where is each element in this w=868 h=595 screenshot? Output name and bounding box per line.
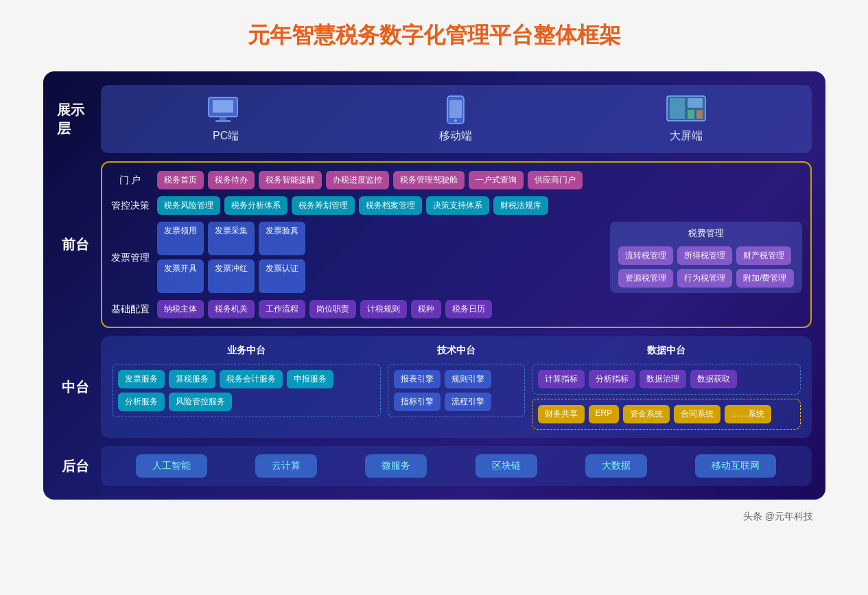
- svg-rect-2: [220, 117, 226, 120]
- chip-data-4: 财务共享: [538, 405, 585, 423]
- chip-tax-1: 所得税管理: [677, 246, 732, 265]
- tech-section: 技术中台 报表引擎 规则引擎 指标引擎 流程引擎: [388, 345, 525, 430]
- data-chips-1: 计算指标 分析指标 数据治理 数据获取: [532, 364, 801, 395]
- footer: 头条 @元年科技: [14, 500, 854, 523]
- data-title: 数据中台: [532, 345, 801, 357]
- mobile-label: 移动端: [439, 129, 472, 143]
- invoice-chips: 发票领用 发票采集 发票验真 发票开具 发票冲红 发票认证: [157, 222, 604, 293]
- chip-ctrl-1: 税务分析体系: [224, 196, 288, 215]
- invoice-row1: 发票领用 发票采集 发票验真: [157, 222, 604, 255]
- chip-base-1: 税务机关: [208, 300, 255, 318]
- front-layer-label: 前台: [57, 161, 94, 328]
- chip-back-4: 大数据: [585, 454, 647, 478]
- svg-rect-1: [213, 100, 233, 113]
- mid-layer-row: 中台 业务中台 发票服务 算税服务 税务会计服务 申报服务 分析服务 风险管控服…: [57, 336, 812, 438]
- chip-data-0: 计算指标: [538, 370, 585, 388]
- chip-portal-3: 办税进度监控: [326, 171, 389, 189]
- main-diagram: 展示层 PC端: [43, 71, 825, 500]
- business-section: 业务中台 发票服务 算税服务 税务会计服务 申报服务 分析服务 风险管控服务: [112, 345, 381, 430]
- display-layer-row: 展示层 PC端: [57, 85, 812, 153]
- display-layer-content: PC端 移动端: [101, 85, 812, 153]
- chip-data-8: ……系统: [725, 405, 771, 423]
- chip-tax-3: 资源税管理: [618, 269, 673, 288]
- svg-point-6: [454, 119, 457, 122]
- chip-biz-4: 分析服务: [118, 393, 165, 411]
- footer-text: 头条 @元年科技: [743, 511, 813, 522]
- portal-chips: 税务首页 税务待办 税务智能提醒 办税进度监控 税务管理驾驶舱 一户式查询 供应…: [157, 171, 802, 189]
- back-layer-row: 后台 人工智能 云计算 微服务 区块链 大数据 移动互联网: [57, 446, 812, 486]
- chip-tech-1: 规则引擎: [445, 370, 491, 388]
- bigscreen-icon: [666, 95, 707, 125]
- invoice-row2: 发票开具 发票冲红 发票认证: [157, 259, 604, 293]
- chip-back-2: 微服务: [365, 454, 427, 478]
- chip-tech-3: 流程引擎: [445, 393, 491, 411]
- chip-data-3: 数据获取: [690, 370, 737, 388]
- bigscreen-label: 大屏端: [670, 129, 703, 143]
- mid-layer-content: 业务中台 发票服务 算税服务 税务会计服务 申报服务 分析服务 风险管控服务 技…: [101, 336, 812, 438]
- chip-ctrl-4: 决策支持体系: [426, 196, 489, 215]
- svg-rect-8: [670, 98, 685, 119]
- display-item-mobile: 移动端: [435, 95, 476, 143]
- chip-tech-0: 报表引擎: [394, 370, 441, 388]
- chip-biz-5: 风险管控服务: [169, 393, 232, 411]
- tech-chips: 报表引擎 规则引擎 指标引擎 流程引擎: [388, 364, 525, 417]
- chip-back-3: 区块链: [476, 454, 537, 478]
- control-chips: 税务风险管理 税务分析体系 税务筹划管理 税务档案管理 决策支持体系 财税法规库: [157, 196, 802, 215]
- chip-base-4: 计税规则: [360, 300, 407, 318]
- chip-data-2: 数据治理: [640, 370, 686, 388]
- chip-data-1: 分析指标: [589, 370, 635, 388]
- chip-data-6: 资金系统: [623, 405, 670, 423]
- display-item-pc: PC端: [205, 95, 246, 143]
- tax-mgmt-row1: 流转税管理 所得税管理 财产税管理: [618, 246, 793, 265]
- pc-label: PC端: [213, 129, 239, 143]
- mid-layer-label: 中台: [57, 336, 94, 438]
- chip-base-0: 纳税主体: [157, 300, 204, 318]
- chip-portal-5: 一户式查询: [469, 171, 524, 189]
- data-chips-2: 财务共享 ERP 资金系统 合同系统 ……系统: [532, 399, 801, 430]
- control-label: 管控决策: [110, 199, 150, 211]
- chip-tax-5: 附加/费管理: [736, 269, 793, 288]
- chip-ctrl-0: 税务风险管理: [157, 196, 220, 215]
- chip-base-3: 岗位职责: [309, 300, 356, 318]
- back-layer-content: 人工智能 云计算 微服务 区块链 大数据 移动互联网: [101, 446, 812, 486]
- chip-portal-2: 税务智能提醒: [259, 171, 322, 189]
- chip-portal-1: 税务待办: [208, 171, 255, 189]
- chip-inv-0: 发票领用: [157, 222, 204, 255]
- tax-mgmt-row2: 资源税管理 行为税管理 附加/费管理: [618, 269, 793, 288]
- chip-portal-0: 税务首页: [157, 171, 204, 189]
- portal-section: 门 户 税务首页 税务待办 税务智能提醒 办税进度监控 税务管理驾驶舱 一户式查…: [110, 171, 802, 189]
- chip-ctrl-5: 财税法规库: [493, 196, 548, 215]
- chip-tech-2: 指标引擎: [394, 393, 441, 411]
- back-layer-label: 后台: [57, 446, 94, 486]
- front-layer-content: 门 户 税务首页 税务待办 税务智能提醒 办税进度监控 税务管理驾驶舱 一户式查…: [101, 161, 812, 328]
- portal-label: 门 户: [110, 174, 150, 186]
- mobile-icon: [435, 95, 476, 125]
- tax-mgmt-box: 税费管理 流转税管理 所得税管理 财产税管理 资源税管理 行为税管理 附加/费管…: [610, 222, 801, 293]
- front-layer-row: 前台 门 户 税务首页 税务待办 税务智能提醒 办税进度监控 税务管理驾驶舱 一…: [57, 161, 812, 328]
- business-chips: 发票服务 算税服务 税务会计服务 申报服务 分析服务 风险管控服务: [112, 364, 381, 417]
- chip-tax-0: 流转税管理: [618, 246, 673, 265]
- base-chips: 纳税主体 税务机关 工作流程 岗位职责 计税规则 税种 税务日历: [157, 300, 802, 318]
- chip-back-1: 云计算: [255, 454, 317, 478]
- chip-tax-2: 财产税管理: [736, 246, 791, 265]
- base-section: 基础配置 纳税主体 税务机关 工作流程 岗位职责 计税规则 税种 税务日历: [110, 300, 802, 318]
- chip-inv-1: 发票采集: [208, 222, 255, 255]
- tech-title: 技术中台: [388, 345, 525, 357]
- tax-mgmt-label: 税费管理: [618, 227, 793, 240]
- chip-base-2: 工作流程: [259, 300, 305, 318]
- invoice-label: 发票管理: [110, 251, 150, 264]
- svg-rect-3: [215, 120, 231, 122]
- chip-back-0: 人工智能: [136, 454, 207, 478]
- base-label: 基础配置: [110, 303, 150, 315]
- svg-rect-10: [688, 110, 694, 119]
- chip-tax-4: 行为税管理: [677, 269, 732, 288]
- chip-data-5: ERP: [589, 405, 620, 423]
- page-title: 元年智慧税务数字化管理平台整体框架: [248, 21, 621, 51]
- chip-biz-2: 税务会计服务: [220, 370, 283, 388]
- display-layer-label: 展示层: [57, 85, 94, 153]
- control-section: 管控决策 税务风险管理 税务分析体系 税务筹划管理 税务档案管理 决策支持体系 …: [110, 196, 802, 215]
- display-item-bigscreen: 大屏端: [666, 95, 707, 143]
- chip-base-6: 税务日历: [445, 300, 492, 318]
- svg-rect-11: [696, 110, 703, 119]
- svg-rect-5: [449, 100, 462, 118]
